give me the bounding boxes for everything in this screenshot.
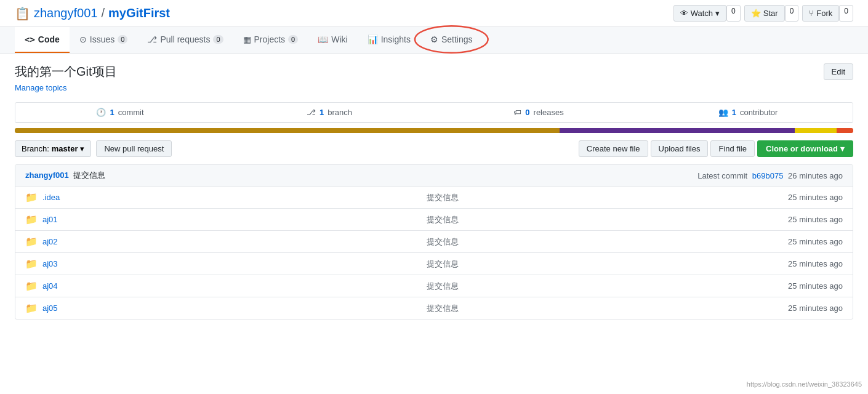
contributors-label: contributor bbox=[740, 108, 778, 117]
fork-count[interactable]: 0 bbox=[839, 5, 853, 22]
file-table-header: zhangyf001 提交信息 Latest commit b69b075 26… bbox=[15, 165, 853, 187]
branch-icon: ⎇ bbox=[307, 108, 316, 117]
create-new-file-button[interactable]: Create new file bbox=[579, 140, 648, 157]
contributors-icon: 👥 bbox=[718, 108, 728, 117]
file-name[interactable]: aj02 bbox=[42, 237, 243, 246]
commit-icon: 🕐 bbox=[96, 108, 106, 117]
file-time: 25 minutes ago bbox=[643, 304, 843, 313]
branches-stat[interactable]: ⎇ 1 branch bbox=[225, 103, 434, 122]
edit-button[interactable]: Edit bbox=[824, 63, 853, 80]
table-row: 📁 aj04 提交信息 25 minutes ago bbox=[15, 275, 853, 297]
star-count[interactable]: 0 bbox=[785, 5, 799, 22]
tab-wiki[interactable]: 📖 Wiki bbox=[308, 27, 357, 53]
commits-label: commit bbox=[118, 108, 144, 117]
watch-dropdown-icon: ▾ bbox=[715, 9, 720, 18]
file-name[interactable]: .idea bbox=[42, 193, 243, 202]
tab-settings[interactable]: ⚙ Settings bbox=[420, 27, 483, 53]
insights-icon: 📊 bbox=[368, 34, 378, 44]
commit-user[interactable]: zhangyf001 bbox=[25, 171, 69, 180]
folder-icon: 📁 bbox=[25, 214, 38, 225]
fork-icon: ⑂ bbox=[809, 9, 814, 18]
projects-icon: ▦ bbox=[243, 34, 251, 44]
releases-label: releases bbox=[534, 108, 564, 117]
repo-owner-link[interactable]: zhangyf001 bbox=[34, 6, 97, 20]
pullrequests-badge: 0 bbox=[213, 35, 223, 44]
repo-separator: / bbox=[101, 6, 105, 20]
lang-other bbox=[837, 128, 853, 133]
contributors-stat[interactable]: 👥 1 contributor bbox=[643, 103, 853, 122]
star-button[interactable]: ⭐ Star bbox=[744, 5, 785, 22]
clone-dropdown-icon: ▾ bbox=[840, 144, 845, 153]
repo-name-link[interactable]: myGitFirst bbox=[108, 6, 170, 20]
file-commit-msg: 提交信息 bbox=[243, 303, 643, 314]
stats-bar: 🕐 1 commit ⎇ 1 branch 🏷 0 releases 👥 1 c… bbox=[15, 102, 853, 123]
table-row: 📁 aj05 提交信息 25 minutes ago bbox=[15, 297, 853, 319]
nav-tabs: <> Code ⊙ Issues 0 ⎇ Pull requests 0 ▦ P… bbox=[0, 27, 868, 54]
branch-label: Branch: bbox=[22, 144, 49, 153]
tab-pullrequests[interactable]: ⎇ Pull requests 0 bbox=[137, 27, 233, 53]
clone-or-download-button[interactable]: Clone or download ▾ bbox=[757, 140, 853, 157]
file-time: 25 minutes ago bbox=[643, 193, 843, 202]
repo-icon: 📋 bbox=[15, 6, 30, 21]
file-time: 25 minutes ago bbox=[643, 259, 843, 268]
fork-button[interactable]: ⑂ Fork bbox=[802, 5, 839, 22]
issues-badge: 0 bbox=[118, 35, 127, 44]
tab-insights[interactable]: 📊 Insights bbox=[358, 27, 420, 53]
commits-count: 1 bbox=[110, 108, 114, 117]
releases-stat[interactable]: 🏷 0 releases bbox=[434, 103, 643, 122]
branches-count: 1 bbox=[319, 108, 324, 117]
watch-count[interactable]: 0 bbox=[726, 5, 741, 22]
branch-dropdown-icon: ▾ bbox=[80, 144, 84, 153]
main-content: 我的第一个Git项目 Edit Manage topics 🕐 1 commit… bbox=[0, 54, 868, 329]
table-row: 📁 aj02 提交信息 25 minutes ago bbox=[15, 231, 853, 253]
folder-icon: 📁 bbox=[25, 302, 38, 314]
repo-description: 我的第一个Git项目 bbox=[15, 63, 117, 80]
branch-selector[interactable]: Branch: master ▾ bbox=[15, 140, 91, 157]
releases-count: 0 bbox=[525, 108, 529, 117]
language-bar bbox=[15, 128, 853, 133]
folder-icon: 📁 bbox=[25, 191, 38, 203]
file-name[interactable]: aj04 bbox=[42, 281, 243, 291]
pullrequest-icon: ⎇ bbox=[147, 34, 157, 44]
commit-time: 26 minutes ago bbox=[788, 171, 843, 180]
commits-stat[interactable]: 🕐 1 commit bbox=[15, 103, 225, 122]
folder-icon: 📁 bbox=[25, 280, 38, 292]
repo-title: 📋 zhangyf001 / myGitFirst bbox=[15, 6, 170, 21]
code-icon: <> bbox=[25, 34, 35, 44]
file-commit-msg: 提交信息 bbox=[243, 259, 643, 270]
new-pull-request-button[interactable]: New pull request bbox=[96, 140, 172, 157]
file-commit-msg: 提交信息 bbox=[243, 281, 643, 292]
table-row: 📁 aj01 提交信息 25 minutes ago bbox=[15, 209, 853, 231]
table-row: 📁 aj03 提交信息 25 minutes ago bbox=[15, 253, 853, 275]
file-commit-msg: 提交信息 bbox=[243, 214, 643, 225]
file-table: zhangyf001 提交信息 Latest commit b69b075 26… bbox=[15, 164, 853, 320]
lang-css bbox=[795, 128, 837, 133]
projects-badge: 0 bbox=[288, 35, 298, 44]
manage-topics-link[interactable]: Manage topics bbox=[15, 83, 67, 92]
watch-button[interactable]: 👁 Watch ▾ bbox=[673, 5, 726, 22]
file-toolbar: Branch: master ▾ New pull request Create… bbox=[15, 140, 853, 157]
tab-code[interactable]: <> Code bbox=[15, 27, 70, 53]
lang-js bbox=[15, 128, 560, 133]
watch-group: 👁 Watch ▾ 0 bbox=[673, 5, 741, 22]
commit-hash[interactable]: b69b075 bbox=[752, 171, 784, 180]
file-time: 25 minutes ago bbox=[643, 215, 843, 224]
file-name[interactable]: aj01 bbox=[42, 215, 243, 224]
repo-description-row: 我的第一个Git项目 Edit bbox=[15, 63, 853, 80]
file-name[interactable]: aj05 bbox=[42, 304, 243, 313]
tab-issues[interactable]: ⊙ Issues 0 bbox=[70, 27, 138, 53]
star-group: ⭐ Star 0 bbox=[744, 5, 799, 22]
wiki-icon: 📖 bbox=[318, 34, 328, 44]
fork-group: ⑂ Fork 0 bbox=[802, 5, 853, 22]
find-file-button[interactable]: Find file bbox=[710, 140, 755, 157]
file-time: 25 minutes ago bbox=[643, 237, 843, 246]
file-name[interactable]: aj03 bbox=[42, 259, 243, 268]
issues-icon: ⊙ bbox=[79, 34, 87, 44]
toolbar-right: Create new file Upload files Find file C… bbox=[579, 140, 853, 157]
toolbar-left: Branch: master ▾ New pull request bbox=[15, 140, 172, 157]
top-bar: 📋 zhangyf001 / myGitFirst 👁 Watch ▾ 0 ⭐ … bbox=[0, 0, 868, 27]
folder-icon: 📁 bbox=[25, 236, 38, 247]
upload-files-button[interactable]: Upload files bbox=[651, 140, 709, 157]
latest-commit-meta: Latest commit b69b075 26 minutes ago bbox=[697, 171, 843, 180]
tab-projects[interactable]: ▦ Projects 0 bbox=[233, 27, 308, 53]
